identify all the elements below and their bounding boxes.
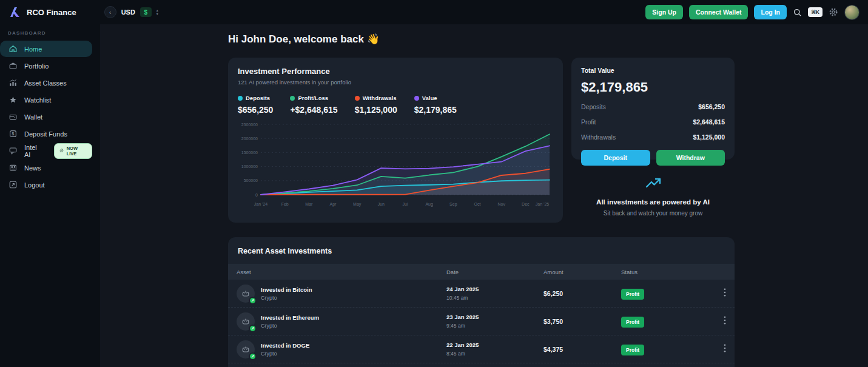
bar-chart-icon [8,78,18,88]
sidebar-item-intel-ai[interactable]: Intel AI NOW LIVE [0,143,92,159]
ai-banner-title: All investments are powered by AI [571,198,735,206]
svg-text:Jan '24: Jan '24 [254,202,267,206]
svg-text:Feb: Feb [281,202,289,206]
briefcase-icon [8,61,18,71]
row-menu-icon[interactable] [716,316,726,327]
row-amount: $4,375 [543,346,621,353]
row-label: Withdrawals [581,133,616,141]
column-status: Status [621,269,716,275]
row-label: Profit [581,118,596,126]
greeting-text: Hi John Doe, welcome back [228,33,364,45]
performance-chart: 05000001000000150000020000002500000Jan '… [238,120,553,210]
sidebar-item-label: Watchlist [24,96,51,104]
svg-text:Nov: Nov [497,202,505,206]
row-time: 10:45 am [446,295,543,301]
svg-text:Oct: Oct [474,202,481,206]
dollar-square-icon: $ [8,129,18,139]
search-icon[interactable] [793,8,802,17]
table-row[interactable]: ↗ Invested in DOGE Crypto 22 Jan 2025 8:… [228,335,735,363]
sidebar: DASHBOARD Home Portfolio Asset Classes W… [0,24,100,367]
row-date: 24 Jan 2025 [446,286,543,292]
sidebar-item-news[interactable]: News [0,160,92,176]
asset-category: Crypto [261,295,312,301]
total-value-amount: $2,179,865 [581,79,725,95]
sidebar-item-label: Asset Classes [24,79,67,87]
svg-text:500000: 500000 [244,178,258,183]
robot-avatar-icon: ↗ [237,312,255,331]
legend-withdrawals: Withdrawals $1,125,000 [355,95,397,115]
sidebar-item-logout[interactable]: Logout [0,177,92,193]
status-badge: Profit [621,317,644,328]
svg-text:Sep: Sep [449,202,457,207]
ai-banner: All investments are powered by AI Sit ba… [571,177,735,217]
recent-investments-card: Recent Asset Investments Asset Date Amou… [228,237,735,367]
sidebar-item-home[interactable]: Home [0,41,92,57]
svg-text:Jan '25: Jan '25 [536,202,549,206]
rco-logo-icon [8,5,22,19]
value-dot-icon [414,96,419,101]
sidebar-item-label: News [24,164,41,172]
investment-performance-card: Investment Performance 121 AI powered in… [228,58,563,223]
deposit-button[interactable]: Deposit [581,150,650,166]
settings-gear-icon[interactable] [829,7,838,17]
sidebar-item-label: Deposit Funds [24,130,67,138]
withdrawals-dot-icon [355,96,360,101]
sidebar-item-label: Intel AI [24,144,43,158]
asset-name: Invested in Ethereum [261,314,319,321]
performance-subtitle: 121 AI powered investments in your portf… [238,79,553,86]
table-header: Asset Date Amount Status [228,264,735,280]
page-greeting: Hi John Doe, welcome back 👋 [228,33,735,45]
asset-name: Invested in Bitcoin [261,286,312,293]
chevron-left-icon[interactable]: ‹ [104,6,116,18]
star-icon [8,95,18,105]
withdraw-button[interactable]: Withdraw [656,150,725,166]
currency-stepper-icon[interactable]: ▴▾ [156,8,158,16]
svg-text:Jun: Jun [378,202,385,206]
status-badge: Profit [621,289,644,300]
brand: RCO Finance [8,5,76,19]
svg-text:1000000: 1000000 [241,164,258,169]
currency-symbol-badge[interactable]: $ [140,7,152,17]
total-value-card: Total Value $2,179,865 Deposits $656,250… [571,58,735,160]
robot-avatar-icon: ↗ [237,340,255,359]
now-live-label: NOW LIVE [67,146,87,157]
table-title: Recent Asset Investments [228,237,735,264]
profit-dot-icon [290,96,295,101]
currency-code[interactable]: USD [121,8,135,16]
log-in-button[interactable]: Log In [754,5,787,19]
svg-text:Apr: Apr [330,202,337,207]
table-row[interactable]: ↗ Invested in Bitcoin Crypto 24 Jan 2025… [228,280,735,308]
connect-wallet-button[interactable]: Connect Wallet [689,5,748,19]
deposits-dot-icon [238,96,243,101]
sidebar-item-deposit-funds[interactable]: $ Deposit Funds [0,126,92,142]
row-menu-icon[interactable] [716,344,726,355]
topbar-actions: Sign Up Connect Wallet Log In ⌘K [645,5,860,20]
sidebar-item-wallet[interactable]: Wallet [0,109,92,125]
rocket-icon [59,148,64,153]
svg-text:2000000: 2000000 [241,136,258,141]
sidebar-item-label: Portfolio [24,62,49,70]
total-profit-row: Profit $2,648,615 [581,118,725,126]
row-value: $2,648,615 [693,118,725,126]
ai-banner-subtitle: Sit back and watch your money grow [571,210,735,217]
svg-text:Mar: Mar [305,202,313,206]
sidebar-item-label: Home [24,45,42,53]
sidebar-item-watchlist[interactable]: Watchlist [0,92,92,108]
user-avatar[interactable] [844,5,860,20]
sidebar-item-portfolio[interactable]: Portfolio [0,58,92,74]
sidebar-item-label: Logout [24,181,45,189]
sidebar-item-asset-classes[interactable]: Asset Classes [0,75,92,91]
total-withdrawals-row: Withdrawals $1,125,000 [581,133,725,141]
svg-text:May: May [353,202,362,207]
total-value-title: Total Value [581,67,725,74]
table-row[interactable]: ↗ Invested in Ethereum Crypto 23 Jan 202… [228,308,735,335]
sign-up-button[interactable]: Sign Up [645,5,683,19]
trending-up-icon [645,177,662,190]
chart-legend: Deposits $656,250 Profit/Loss +$2,648,61… [238,95,553,115]
now-live-badge: NOW LIVE [54,143,92,159]
row-menu-icon[interactable] [716,288,726,299]
keyboard-shortcut-badge[interactable]: ⌘K [808,7,823,17]
legend-deposits: Deposits $656,250 [238,95,273,115]
topbar: RCO Finance ‹ USD $ ▴▾ Sign Up Connect W… [0,0,868,24]
wave-emoji: 👋 [367,33,380,45]
